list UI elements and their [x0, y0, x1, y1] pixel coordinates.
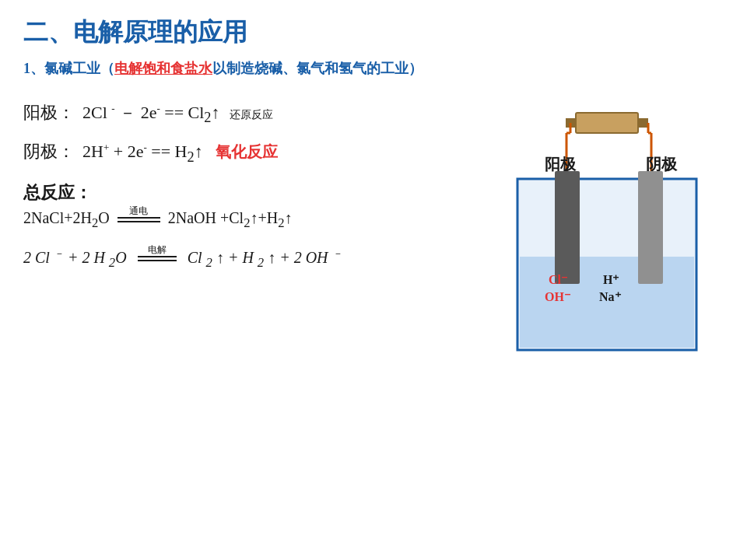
formula-block: 2 Cl － + 2 H 2O 电解 Cl 2 ↑ + H 2 ↑ + 2 OH…	[23, 247, 475, 271]
subtitle-suffix: 以制造烧碱、氯气和氢气的工业）	[212, 61, 423, 76]
total-reaction-block: 总反应： 2NaCl+2H2O 通电 2NaOH +Cl2↑+H2↑	[23, 181, 475, 231]
electrode-yin-shape	[638, 171, 663, 284]
formula-line: 2 Cl － + 2 H 2O 电解 Cl 2 ↑ + H 2 ↑ + 2 OH…	[23, 247, 475, 271]
battery-terminal-right	[638, 118, 648, 128]
ion-oh-label: OH⁻	[545, 290, 571, 303]
yang-equation: 2Cl - － 2e- == Cl2↑	[82, 101, 220, 126]
subtitle-link[interactable]: 电解饱和食盐水	[114, 61, 212, 76]
yang-label: 阳极：	[23, 101, 75, 124]
page: 二、电解原理的应用 1、氯碱工业（电解饱和食盐水以制造烧碱、氯气和氢气的工业） …	[0, 0, 747, 560]
battery-body	[576, 113, 638, 133]
double-arrow-lines	[117, 217, 160, 222]
arrow-line-bottom	[117, 221, 160, 222]
total-arrow: 通电	[117, 217, 160, 222]
yin-tag: 氧化反应	[216, 142, 278, 163]
yin-reaction-line: 阴极： 2H+ + 2e- == H2↑ 氧化反应	[23, 140, 475, 165]
formula-right: Cl 2 ↑ + H 2 ↑ + 2 OH －	[188, 247, 342, 271]
page-title: 二、电解原理的应用	[23, 16, 724, 50]
formula-arrow: 电解	[138, 256, 177, 261]
yang-reaction-block: 阳极： 2Cl - － 2e- == Cl2↑ 还原反应	[23, 101, 475, 126]
yin-label: 阴极：	[23, 140, 75, 163]
ion-na-label: Na⁺	[599, 290, 622, 303]
yang-reaction-line: 阳极： 2Cl - － 2e- == Cl2↑ 还原反应	[23, 101, 475, 126]
ion-cl-label: Cl⁻	[549, 273, 568, 286]
total-arrow-label: 通电	[129, 205, 148, 218]
yang-tag: 还原反应	[230, 108, 273, 122]
yin-equation: 2H+ + 2e- == H2↑	[82, 142, 203, 166]
electrode-yang-shape	[555, 171, 580, 284]
left-panel: 阳极： 2Cl - － 2e- == Cl2↑ 还原反应 阴极： 2H+ + 2…	[23, 101, 475, 358]
total-label: 总反应：	[23, 183, 92, 202]
total-equation: 2NaCl+2H2O 通电 2NaOH +Cl2↑+H2↑	[23, 209, 475, 231]
yin-reaction-block: 阴极： 2H+ + 2e- == H2↑ 氧化反应	[23, 140, 475, 165]
formula-left: 2 Cl － + 2 H 2O	[23, 247, 127, 271]
formula-arrow-line-bottom	[138, 260, 177, 261]
apparatus-diagram: 阳极 阴极 Cl⁻ H⁺ OH⁻ Na⁺	[502, 109, 712, 358]
subtitle: 1、氯碱工业（电解饱和食盐水以制造烧碱、氯气和氢气的工业）	[23, 59, 724, 78]
total-left: 2NaCl+2H2O	[23, 209, 110, 231]
formula-double-arrow	[138, 256, 177, 261]
ion-h-label: H⁺	[603, 273, 619, 286]
subtitle-prefix: 1、氯碱工业（	[23, 61, 114, 76]
formula-arrow-label: 电解	[148, 243, 167, 257]
content-area: 阳极： 2Cl - － 2e- == Cl2↑ 还原反应 阴极： 2H+ + 2…	[23, 101, 724, 358]
right-panel: 阳极 阴极 Cl⁻ H⁺ OH⁻ Na⁺	[490, 101, 724, 358]
total-right: 2NaOH +Cl2↑+H2↑	[168, 209, 293, 231]
beaker-svg: Cl⁻ H⁺ OH⁻ Na⁺	[502, 171, 712, 358]
